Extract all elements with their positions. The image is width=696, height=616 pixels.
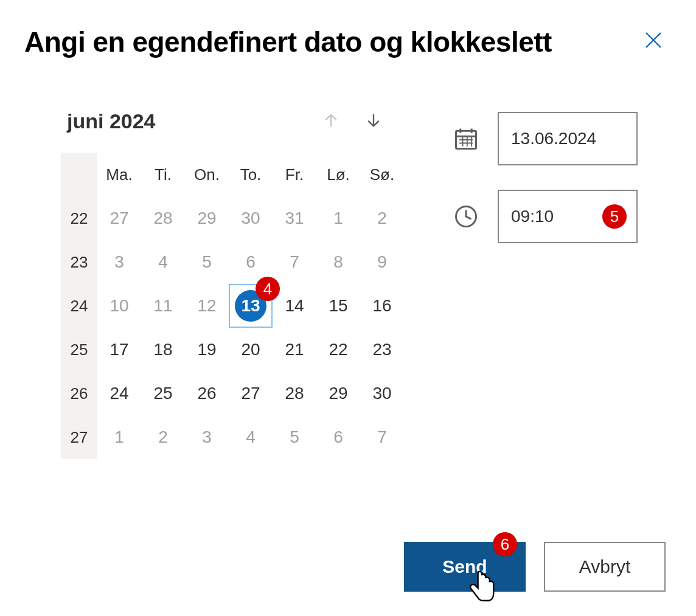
- send-button-label: Send: [442, 556, 487, 576]
- calendar-day[interactable]: 30: [229, 196, 273, 240]
- calendar-day[interactable]: 4: [229, 415, 273, 459]
- arrow-down-icon: [364, 111, 383, 130]
- calendar-day[interactable]: 19: [185, 328, 229, 372]
- calendar-day[interactable]: 30: [360, 372, 404, 415]
- annotation-badge-5: 5: [602, 204, 627, 229]
- close-icon: [642, 29, 664, 51]
- week-number: 27: [61, 415, 97, 459]
- day-header: Sø.: [360, 153, 404, 196]
- calendar-day[interactable]: 5: [185, 240, 229, 284]
- calendar-icon: [453, 125, 479, 152]
- calendar-day[interactable]: 24: [97, 372, 141, 415]
- calendar-day[interactable]: 27: [229, 372, 273, 415]
- calendar-day[interactable]: 18: [141, 328, 185, 372]
- calendar-day[interactable]: 6: [316, 415, 360, 459]
- calendar-day[interactable]: 9: [360, 240, 404, 284]
- calendar-day[interactable]: 12: [185, 284, 229, 328]
- calendar-day[interactable]: 1: [97, 415, 141, 459]
- week-number-header: [61, 153, 97, 196]
- calendar-day[interactable]: 3: [97, 240, 141, 284]
- calendar-day[interactable]: 25: [141, 372, 185, 415]
- calendar-day[interactable]: 20: [229, 328, 273, 372]
- day-header: On.: [185, 153, 229, 196]
- annotation-badge-6: 6: [493, 532, 517, 556]
- calendar-day[interactable]: 11: [141, 284, 185, 328]
- calendar-day[interactable]: 1: [316, 196, 360, 240]
- calendar-day[interactable]: 17: [97, 328, 141, 372]
- calendar-day[interactable]: 10: [97, 284, 141, 328]
- day-header: Ti.: [141, 153, 185, 196]
- next-month-button[interactable]: [361, 108, 386, 134]
- prev-month-button[interactable]: [319, 108, 343, 134]
- calendar-day[interactable]: 15: [316, 284, 360, 328]
- week-number: 22: [61, 196, 97, 240]
- cancel-button-label: Avbryt: [579, 556, 630, 576]
- svg-line-13: [466, 216, 470, 219]
- send-button[interactable]: Send 6: [404, 542, 526, 592]
- calendar-day[interactable]: 29: [316, 372, 360, 415]
- calendar-day[interactable]: 23: [360, 328, 404, 372]
- day-header: Lø.: [316, 153, 360, 196]
- calendar-panel: juni 2024 Ma.Ti.On.To.Fr.Lø.Sø.222728293…: [61, 108, 404, 459]
- calendar-day[interactable]: 4: [141, 240, 185, 284]
- week-number: 25: [61, 328, 97, 372]
- calendar-day[interactable]: 16: [360, 284, 404, 328]
- month-year-label[interactable]: juni 2024: [67, 109, 156, 133]
- dialog-title: Angi en egendefinert dato og klokkeslett: [24, 26, 552, 58]
- calendar-day[interactable]: 8: [316, 240, 360, 284]
- week-number: 26: [61, 372, 97, 415]
- calendar-day[interactable]: 26: [185, 372, 229, 415]
- calendar-day[interactable]: 7: [273, 240, 316, 284]
- calendar-day[interactable]: 5: [273, 415, 316, 459]
- calendar-day[interactable]: 3: [185, 415, 229, 459]
- calendar-day[interactable]: 2: [141, 415, 185, 459]
- calendar-day[interactable]: 21: [273, 328, 316, 372]
- date-input[interactable]: [498, 112, 638, 165]
- calendar-day[interactable]: 22: [316, 328, 360, 372]
- calendar-day[interactable]: 7: [360, 415, 404, 459]
- day-header: Ma.: [97, 153, 141, 196]
- calendar-day[interactable]: 29: [185, 196, 229, 240]
- calendar-grid: Ma.Ti.On.To.Fr.Lø.Sø.2227282930311223345…: [61, 153, 404, 459]
- day-header: Fr.: [273, 153, 316, 196]
- calendar-day[interactable]: 2: [360, 196, 404, 240]
- cancel-button[interactable]: Avbryt: [544, 542, 666, 592]
- calendar-day[interactable]: 28: [141, 196, 185, 240]
- week-number: 24: [61, 284, 97, 328]
- day-header: To.: [229, 153, 273, 196]
- clock-icon: [453, 203, 479, 230]
- close-button[interactable]: [635, 24, 672, 60]
- arrow-up-icon: [321, 111, 341, 130]
- calendar-day[interactable]: 31: [273, 196, 316, 240]
- calendar-day[interactable]: 27: [97, 196, 141, 240]
- calendar-day[interactable]: 28: [273, 372, 316, 415]
- annotation-badge-4: 4: [256, 277, 280, 301]
- week-number: 23: [61, 240, 97, 284]
- calendar-day[interactable]: 134: [229, 284, 273, 328]
